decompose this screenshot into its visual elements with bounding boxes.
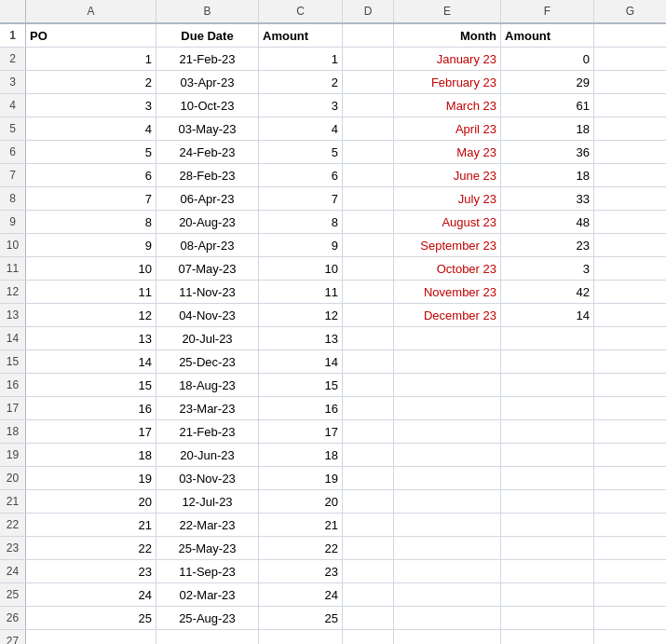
- cell-f10[interactable]: 23: [501, 234, 594, 256]
- cell-a1[interactable]: PO: [26, 24, 156, 47]
- cell-f11[interactable]: 3: [501, 257, 594, 280]
- cell-a24[interactable]: 23: [26, 560, 156, 582]
- cell-a25[interactable]: 24: [26, 583, 156, 606]
- cell-b12[interactable]: 11-Nov-23: [156, 281, 259, 303]
- cell-a10[interactable]: 9: [26, 234, 156, 256]
- cell-b21[interactable]: 12-Jul-23: [156, 490, 259, 513]
- cell-c9[interactable]: 8: [259, 211, 343, 233]
- col-header-g[interactable]: G: [594, 0, 666, 22]
- cell-b13[interactable]: 04-Nov-23: [156, 304, 259, 326]
- cell-e22[interactable]: [394, 514, 501, 536]
- cell-c23[interactable]: 22: [259, 537, 343, 559]
- cell-b26[interactable]: 25-Aug-23: [156, 607, 259, 629]
- cell-e12[interactable]: November 23: [394, 281, 501, 303]
- cell-b25[interactable]: 02-Mar-23: [156, 583, 259, 606]
- cell-c17[interactable]: 16: [259, 397, 343, 419]
- cell-c27[interactable]: [259, 630, 343, 644]
- cell-c7[interactable]: 6: [259, 164, 343, 186]
- cell-e7[interactable]: June 23: [394, 164, 501, 186]
- cell-f2[interactable]: 0: [501, 48, 594, 70]
- cell-f24[interactable]: [501, 560, 594, 582]
- cell-b6[interactable]: 24-Feb-23: [156, 141, 259, 163]
- cell-b1[interactable]: Due Date: [156, 24, 259, 47]
- cell-b5[interactable]: 03-May-23: [156, 117, 259, 140]
- cell-a4[interactable]: 3: [26, 94, 156, 116]
- cell-b8[interactable]: 06-Apr-23: [156, 187, 259, 210]
- cell-a26[interactable]: 25: [26, 607, 156, 629]
- col-header-c[interactable]: C: [259, 0, 343, 22]
- cell-e27[interactable]: [394, 630, 501, 644]
- cell-e2[interactable]: January 23: [394, 48, 501, 70]
- cell-f27[interactable]: [501, 630, 594, 644]
- cell-e25[interactable]: [394, 583, 501, 606]
- cell-c22[interactable]: 21: [259, 514, 343, 536]
- cell-a9[interactable]: 8: [26, 211, 156, 233]
- cell-b2[interactable]: 21-Feb-23: [156, 48, 259, 70]
- cell-e17[interactable]: [394, 397, 501, 419]
- cell-a22[interactable]: 21: [26, 514, 156, 536]
- cell-e10[interactable]: September 23: [394, 234, 501, 256]
- cell-c5[interactable]: 4: [259, 117, 343, 140]
- cell-f7[interactable]: 18: [501, 164, 594, 186]
- cell-c8[interactable]: 7: [259, 187, 343, 210]
- cell-c3[interactable]: 2: [259, 71, 343, 93]
- cell-a14[interactable]: 13: [26, 327, 156, 349]
- cell-a16[interactable]: 15: [26, 374, 156, 396]
- cell-f16[interactable]: [501, 374, 594, 396]
- cell-f20[interactable]: [501, 467, 594, 489]
- cell-c11[interactable]: 10: [259, 257, 343, 280]
- cell-b27[interactable]: [156, 630, 259, 644]
- cell-e8[interactable]: July 23: [394, 187, 501, 210]
- cell-f5[interactable]: 18: [501, 117, 594, 140]
- cell-c25[interactable]: 24: [259, 583, 343, 606]
- cell-f4[interactable]: 61: [501, 94, 594, 116]
- cell-b16[interactable]: 18-Aug-23: [156, 374, 259, 396]
- col-header-b[interactable]: B: [156, 0, 259, 22]
- cell-a2[interactable]: 1: [26, 48, 156, 70]
- cell-b10[interactable]: 08-Apr-23: [156, 234, 259, 256]
- cell-e11[interactable]: October 23: [394, 257, 501, 280]
- cell-c12[interactable]: 11: [259, 281, 343, 303]
- cell-e3[interactable]: February 23: [394, 71, 501, 93]
- cell-c6[interactable]: 5: [259, 141, 343, 163]
- cell-b15[interactable]: 25-Dec-23: [156, 350, 259, 373]
- cell-e21[interactable]: [394, 490, 501, 513]
- cell-c18[interactable]: 17: [259, 420, 343, 443]
- cell-e16[interactable]: [394, 374, 501, 396]
- cell-c26[interactable]: 25: [259, 607, 343, 629]
- cell-e18[interactable]: [394, 420, 501, 443]
- cell-e26[interactable]: [394, 607, 501, 629]
- cell-f22[interactable]: [501, 514, 594, 536]
- cell-e14[interactable]: [394, 327, 501, 349]
- cell-e6[interactable]: May 23: [394, 141, 501, 163]
- cell-b3[interactable]: 03-Apr-23: [156, 71, 259, 93]
- cell-c19[interactable]: 18: [259, 444, 343, 466]
- cell-c16[interactable]: 15: [259, 374, 343, 396]
- cell-b22[interactable]: 22-Mar-23: [156, 514, 259, 536]
- cell-f19[interactable]: [501, 444, 594, 466]
- cell-a23[interactable]: 22: [26, 537, 156, 559]
- cell-b19[interactable]: 20-Jun-23: [156, 444, 259, 466]
- cell-f3[interactable]: 29: [501, 71, 594, 93]
- cell-e4[interactable]: March 23: [394, 94, 501, 116]
- cell-f13[interactable]: 14: [501, 304, 594, 326]
- cell-b7[interactable]: 28-Feb-23: [156, 164, 259, 186]
- cell-c24[interactable]: 23: [259, 560, 343, 582]
- cell-e23[interactable]: [394, 537, 501, 559]
- cell-e20[interactable]: [394, 467, 501, 489]
- cell-c15[interactable]: 14: [259, 350, 343, 373]
- col-header-a[interactable]: A: [26, 0, 156, 22]
- cell-f1[interactable]: Amount: [501, 24, 594, 47]
- cell-b4[interactable]: 10-Oct-23: [156, 94, 259, 116]
- cell-c4[interactable]: 3: [259, 94, 343, 116]
- cell-b24[interactable]: 11-Sep-23: [156, 560, 259, 582]
- cell-c1[interactable]: Amount: [259, 24, 343, 47]
- cell-e24[interactable]: [394, 560, 501, 582]
- cell-a27[interactable]: [26, 630, 156, 644]
- cell-f8[interactable]: 33: [501, 187, 594, 210]
- cell-a17[interactable]: 16: [26, 397, 156, 419]
- cell-a12[interactable]: 11: [26, 281, 156, 303]
- cell-c10[interactable]: 9: [259, 234, 343, 256]
- cell-f9[interactable]: 48: [501, 211, 594, 233]
- cell-a8[interactable]: 7: [26, 187, 156, 210]
